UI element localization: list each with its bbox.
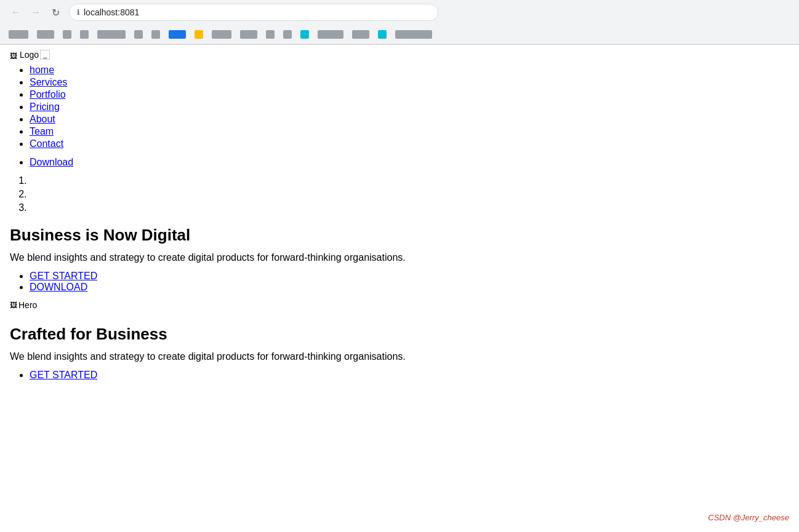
download-link[interactable]: Download	[30, 157, 73, 167]
nav-buttons: ← → ↻	[7, 4, 64, 21]
crafted-link-item-1: GET STARTED	[30, 370, 789, 381]
bookmark-16[interactable]	[391, 29, 436, 40]
nav-item-portfolio: Portfolio	[30, 89, 789, 100]
bookmark-icon-7	[151, 30, 160, 39]
bookmark-2[interactable]	[33, 29, 58, 40]
hero-image-placeholder: 🖼 Hero	[10, 300, 789, 310]
crafted-section: Crafted for Business We blend insights a…	[10, 325, 789, 381]
bookmark-12[interactable]	[279, 29, 295, 40]
bookmark-1[interactable]	[5, 29, 32, 40]
hero-link-item-1: GET STARTED	[30, 271, 789, 282]
nav-link-services[interactable]: Services	[30, 77, 67, 87]
bookmark-blue[interactable]	[165, 29, 190, 40]
bookmark-icon-16	[395, 30, 432, 39]
logo-alt-text: Logo	[20, 50, 39, 60]
nav-item-services: Services	[30, 77, 789, 88]
bookmark-icon-teal	[300, 30, 309, 39]
bookmarks-bar	[0, 25, 799, 44]
security-icon: ℹ	[77, 8, 80, 17]
bookmark-10[interactable]	[236, 29, 261, 40]
bookmark-icon-10	[240, 30, 257, 39]
bookmark-icon-9	[212, 30, 231, 39]
ordered-item-2	[30, 189, 789, 200]
ordered-list	[10, 175, 789, 213]
hero-title: Business is Now Digital	[10, 226, 789, 245]
hero-img-alt: Hero	[18, 300, 37, 310]
bookmark-icon-5	[97, 30, 126, 39]
forward-button[interactable]: →	[27, 4, 44, 21]
bookmark-icon-blue	[169, 30, 186, 39]
bookmark-icon-12	[283, 30, 292, 39]
nav-link-home[interactable]: home	[30, 65, 54, 75]
nav-link-pricing[interactable]: Pricing	[30, 101, 60, 112]
bookmark-11[interactable]	[262, 29, 278, 40]
nav-link-team[interactable]: Team	[30, 126, 54, 137]
bookmark-14[interactable]	[314, 29, 347, 40]
bookmark-icon-4	[80, 30, 89, 39]
bookmark-icon-yellow	[195, 30, 203, 39]
nav-link-about[interactable]: About	[30, 114, 55, 124]
page-content: Logo _ home Services Portfolio Pricing A…	[0, 45, 799, 400]
crafted-description: We blend insights and strategy to create…	[10, 351, 789, 362]
bookmark-icon-2	[37, 30, 54, 39]
bookmark-6[interactable]	[130, 29, 147, 40]
download-item: Download	[30, 157, 789, 168]
bookmark-teal[interactable]	[297, 29, 313, 40]
bookmark-icon-14	[318, 30, 343, 39]
hero-cta-download[interactable]: DOWNLOAD	[30, 282, 87, 292]
hero-cta-get-started[interactable]: GET STARTED	[30, 271, 97, 281]
nav-item-home: home	[30, 65, 789, 76]
hero-broken-img-icon: 🖼	[10, 301, 17, 309]
bookmark-5[interactable]	[94, 29, 129, 40]
bookmark-icon-3	[63, 30, 71, 39]
nav-item-pricing: Pricing	[30, 101, 789, 113]
reload-button[interactable]: ↻	[47, 4, 64, 21]
hero-link-item-2: DOWNLOAD	[30, 282, 789, 293]
nav-link-contact[interactable]: Contact	[30, 138, 63, 149]
bookmark-icon-1	[9, 30, 28, 39]
bookmark-7[interactable]	[148, 29, 164, 40]
nav-item-contact: Contact	[30, 138, 789, 149]
bookmark-icon-15	[352, 30, 369, 39]
nav-list: home Services Portfolio Pricing About Te…	[10, 65, 789, 149]
bookmark-9[interactable]	[208, 29, 235, 40]
ordered-item-3	[30, 202, 789, 213]
nav-item-team: Team	[30, 126, 789, 137]
logo-button[interactable]: _	[40, 50, 50, 60]
browser-chrome: ← → ↻ ℹ localhost:8081	[0, 0, 799, 45]
crafted-title: Crafted for Business	[10, 325, 789, 344]
ordered-item-1	[30, 175, 789, 186]
logo-broken-image	[10, 50, 20, 60]
bookmark-icon-11	[266, 30, 275, 39]
bookmark-yellow[interactable]	[191, 29, 207, 40]
logo-area: Logo _	[10, 50, 789, 60]
bookmark-icon-teal2	[378, 30, 387, 39]
nav-link-portfolio[interactable]: Portfolio	[30, 89, 66, 100]
hero-links: GET STARTED DOWNLOAD	[10, 271, 789, 293]
bookmark-4[interactable]	[76, 29, 92, 40]
address-bar[interactable]: ℹ localhost:8081	[69, 4, 438, 21]
back-button[interactable]: ←	[7, 4, 25, 21]
hero-description: We blend insights and strategy to create…	[10, 252, 789, 263]
browser-toolbar: ← → ↻ ℹ localhost:8081	[0, 0, 799, 25]
url-text: localhost:8081	[84, 7, 139, 17]
crafted-cta-get-started[interactable]: GET STARTED	[30, 370, 97, 380]
bookmark-15[interactable]	[348, 29, 373, 40]
bookmark-icon-6	[134, 30, 143, 39]
nav-item-about: About	[30, 114, 789, 125]
bookmark-teal2[interactable]	[374, 29, 390, 40]
crafted-links: GET STARTED	[10, 370, 789, 381]
download-list: Download	[10, 157, 789, 168]
bookmark-3[interactable]	[59, 29, 75, 40]
hero-section: Business is Now Digital We blend insight…	[10, 226, 789, 310]
